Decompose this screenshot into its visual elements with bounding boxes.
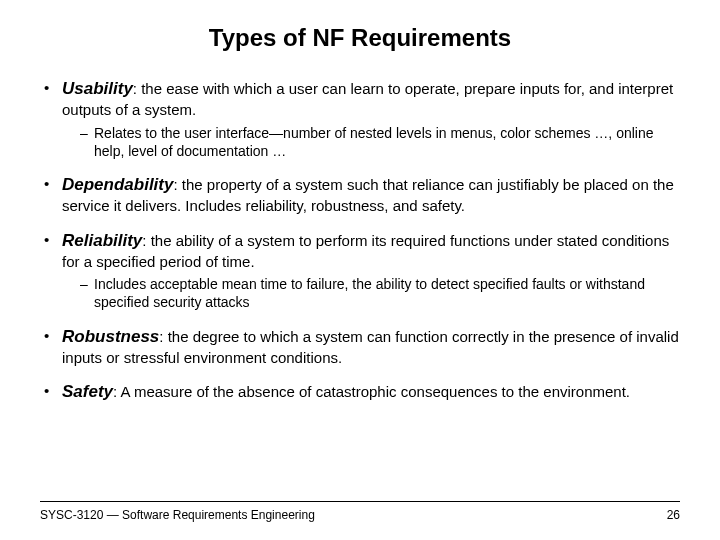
sub-list: Relates to the user interface—number of … [62, 124, 680, 160]
footer-course: SYSC-3120 — Software Requirements Engine… [40, 508, 315, 522]
list-item: Reliability: the ability of a system to … [40, 230, 680, 312]
list-item: Safety: A measure of the absence of cata… [40, 381, 680, 403]
sub-list: Includes acceptable mean time to failure… [62, 275, 680, 311]
bullet-list: Usability: the ease with which a user ca… [40, 78, 680, 403]
footer-divider [40, 501, 680, 502]
sub-item: Relates to the user interface—number of … [80, 124, 680, 160]
list-item: Usability: the ease with which a user ca… [40, 78, 680, 160]
term: Robustness [62, 327, 159, 346]
term: Safety [62, 382, 113, 401]
definition: : A measure of the absence of catastroph… [113, 383, 630, 400]
term: Usability [62, 79, 133, 98]
definition: : the ease with which a user can learn t… [62, 80, 673, 118]
term: Dependability [62, 175, 173, 194]
definition: : the ability of a system to perform its… [62, 232, 669, 270]
slide-title: Types of NF Requirements [40, 24, 680, 52]
term: Reliability [62, 231, 142, 250]
footer: SYSC-3120 — Software Requirements Engine… [40, 501, 680, 522]
list-item: Dependability: the property of a system … [40, 174, 680, 216]
list-item: Robustness: the degree to which a system… [40, 326, 680, 368]
sub-item: Includes acceptable mean time to failure… [80, 275, 680, 311]
footer-page-number: 26 [667, 508, 680, 522]
